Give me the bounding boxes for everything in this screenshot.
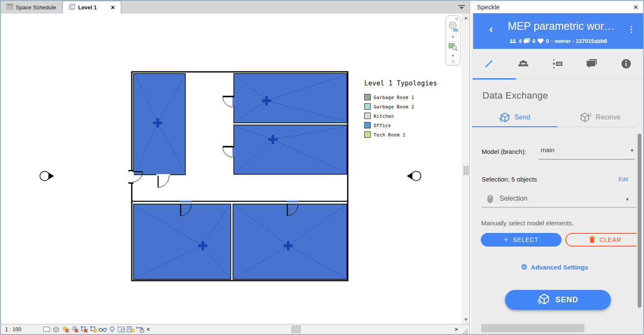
model-branch-select[interactable]: main ▾ <box>539 144 635 159</box>
panel-vertical-scrollbar[interactable] <box>637 79 643 334</box>
reveal-constraints-icon[interactable] <box>136 325 144 333</box>
door[interactable] <box>223 97 234 107</box>
scroll-up-icon[interactable] <box>464 17 468 19</box>
steering-wheel-2d-icon[interactable]: 2D <box>448 21 458 34</box>
selected-branch: main <box>541 146 555 153</box>
navigation-bar: ⊗ 2D ▼ ▼ ⊖ <box>445 15 460 65</box>
comments-icon <box>524 38 530 44</box>
legend-item: Garbage Room 2 <box>364 103 454 110</box>
temporary-hide-isolate-icon[interactable] <box>99 325 107 333</box>
legend-swatch <box>364 122 371 128</box>
legend-swatch <box>364 131 371 138</box>
select-button[interactable]: + SELECT <box>481 233 562 247</box>
comments-icon <box>586 59 597 69</box>
model-branch-label: Model (branch): <box>482 148 526 155</box>
trash-icon <box>589 236 595 244</box>
back-icon[interactable]: ‹ <box>489 23 493 34</box>
scroll-down-icon[interactable] <box>464 318 468 321</box>
collaborators-count: 4 <box>519 38 522 44</box>
speckle-panel: Speckle × ‹ MEP parametric wor… ⋮ 4 0 0 … <box>472 1 643 334</box>
send-cube-icon <box>499 112 510 122</box>
selection-filter-value: Selection <box>499 195 528 202</box>
scrollbar-thumb[interactable] <box>463 166 469 175</box>
close-tab-icon[interactable]: × <box>111 4 115 11</box>
canvas-vertical-scrollbar[interactable] <box>462 14 469 324</box>
temporary-view-properties-icon[interactable] <box>117 325 125 333</box>
scroll-right-icon[interactable]: > <box>454 326 458 332</box>
panel-title: Speckle <box>477 3 499 11</box>
tab-branches[interactable] <box>540 49 575 79</box>
tab-list-dropdown-icon[interactable] <box>458 5 465 9</box>
branches-icon <box>552 59 563 69</box>
tab-comments[interactable] <box>575 49 609 79</box>
elevation-marker-west[interactable] <box>40 171 54 181</box>
advanced-settings-link[interactable]: ⚙ Advanced Settings <box>472 264 637 271</box>
show-crop-region-icon[interactable] <box>89 325 97 333</box>
view-scale[interactable]: 1 : 100 <box>5 326 30 332</box>
clear-button[interactable]: CLEAR <box>565 233 643 247</box>
application-window: Space Schedule Level 1 × <box>0 0 644 335</box>
zoom-region-icon[interactable] <box>448 43 458 53</box>
receive-cube-icon <box>580 112 591 122</box>
wheel-options-caret-icon[interactable]: ▼ <box>451 35 455 39</box>
scrollbar-thumb[interactable] <box>638 133 641 308</box>
tab-receive[interactable]: Receive <box>558 108 644 127</box>
legend-swatch <box>364 113 371 119</box>
tab-info[interactable] <box>609 49 643 79</box>
scrollbar-thumb[interactable] <box>291 325 301 333</box>
tab-label: Level 1 <box>78 4 97 11</box>
elevation-marker-east[interactable] <box>407 171 421 181</box>
room[interactable] <box>234 74 347 123</box>
send-button[interactable]: SEND <box>505 290 611 310</box>
show-analytical-model-icon[interactable] <box>127 325 135 333</box>
comments-count: 0 <box>532 38 535 44</box>
legend-item: Kitchen <box>364 113 454 119</box>
detail-level-icon[interactable] <box>43 325 51 333</box>
selection-count-label: Selection: 5 objects <box>482 176 537 183</box>
section-heading: Data Exchange <box>482 90 548 101</box>
tab-space-schedule[interactable]: Space Schedule <box>1 1 62 14</box>
door[interactable] <box>156 175 170 188</box>
stream-stats: 4 0 0 - owner - 137015abb8 <box>473 38 643 44</box>
drawing-canvas[interactable]: Level 1 Typologies Garbage Room 1 Garbag… <box>1 14 469 324</box>
stream-title[interactable]: MEP parametric wor… <box>499 20 624 32</box>
canvas-horizontal-scrollbar[interactable] <box>153 324 452 334</box>
view-control-bar: 1 : 100 < > <box>1 324 469 334</box>
panel-horizontal-scrollbar-thumb[interactable] <box>481 324 584 332</box>
send-cube-icon <box>537 293 550 307</box>
visual-style-icon[interactable] <box>52 325 60 333</box>
door[interactable] <box>223 147 234 157</box>
navbar-minimize-icon[interactable]: ⊖ <box>451 59 455 64</box>
plus-icon: + <box>504 236 508 244</box>
room[interactable] <box>133 204 231 279</box>
dropdown-caret-icon: ▾ <box>626 196 629 202</box>
tab-data-exchange[interactable] <box>472 49 506 79</box>
zoom-options-caret-icon[interactable]: ▼ <box>451 54 455 58</box>
legend-item: Tech Room 1 <box>364 131 454 138</box>
selection-hint: Manually select model elements. <box>481 219 574 227</box>
send-receive-tabs: Send Receive <box>472 108 643 127</box>
resize-grip-icon[interactable] <box>462 328 468 334</box>
close-panel-icon[interactable]: × <box>633 3 638 11</box>
legend-item: Garbage Room 1 <box>364 94 454 100</box>
collaborators-icon <box>509 39 516 44</box>
navbar-close-icon[interactable]: ⊗ <box>455 17 459 21</box>
tab-send[interactable]: Send <box>472 108 558 127</box>
legend-item: Office <box>364 122 454 128</box>
mouse-icon <box>487 194 494 205</box>
tab-collaborators[interactable] <box>506 49 541 79</box>
color-fill-legend: Level 1 Typologies Garbage Room 1 Garbag… <box>364 79 454 141</box>
tab-level-1[interactable]: Level 1 × <box>62 1 121 14</box>
room[interactable] <box>234 125 347 174</box>
edit-link[interactable]: Edit <box>618 176 628 182</box>
revit-pane: Space Schedule Level 1 × <box>1 1 469 334</box>
shadows-off-icon[interactable] <box>71 325 79 333</box>
legend-swatch <box>364 94 371 100</box>
crop-view-off-icon[interactable] <box>80 325 88 333</box>
kebab-menu-icon[interactable]: ⋮ <box>627 24 635 34</box>
selection-filter-select[interactable]: Selection ▾ <box>482 191 639 207</box>
viewbar-collapse-icon[interactable]: < <box>147 326 150 332</box>
reveal-hidden-elements-icon[interactable] <box>108 325 116 333</box>
gear-icon: ⚙ <box>521 264 527 271</box>
sun-path-off-icon[interactable] <box>61 325 69 333</box>
